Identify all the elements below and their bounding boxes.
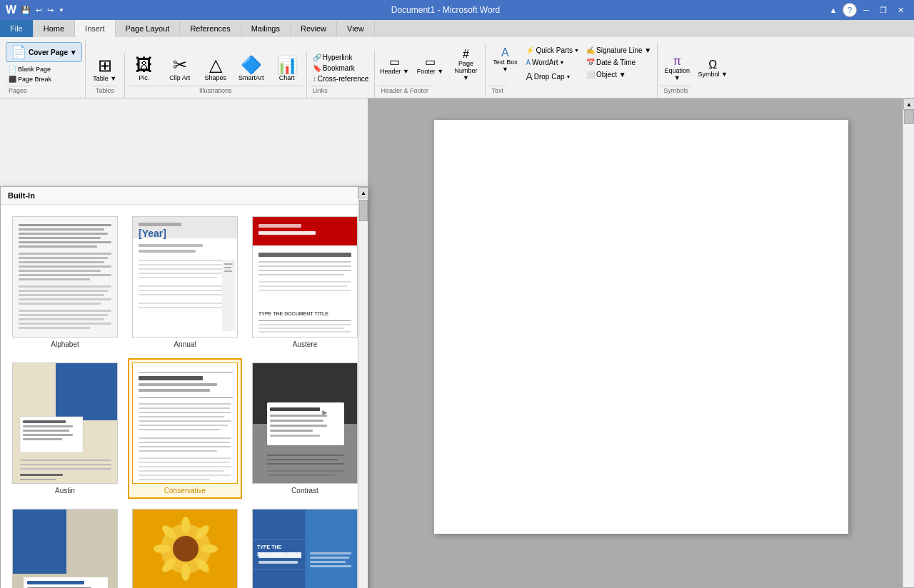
tab-insert[interactable]: Insert — [75, 20, 116, 37]
panel-scroll-up-btn[interactable]: ▲ — [358, 187, 368, 198]
signature-line-button[interactable]: ✍ Signature Line ▼ — [583, 45, 654, 56]
headerfooter-group-label: Header & Footer — [378, 86, 431, 96]
template-cubicles[interactable]: [Year] Cubicles — [8, 505, 122, 588]
date-time-button[interactable]: 📅 Date & Time — [583, 57, 654, 68]
doc-scroll-thumb[interactable] — [904, 110, 914, 124]
chart-button[interactable]: 📊 Chart — [271, 54, 303, 83]
picture-button[interactable]: 🖼 Pic. — [128, 54, 161, 83]
page-number-button[interactable]: # Page Number ▼ — [449, 46, 482, 83]
equation-button[interactable]: π Equation ▼ — [661, 54, 693, 83]
template-grid[interactable]: TYPE THE DOCUMENT TITLE Grid — [248, 505, 358, 588]
svg-rect-81 — [139, 407, 230, 409]
date-time-label: Date & Time — [596, 59, 636, 66]
svg-rect-80 — [139, 403, 231, 405]
svg-rect-52 — [258, 274, 344, 275]
bookmark-button[interactable]: 🔖 Bookmark — [310, 63, 358, 74]
doc-scroll-track[interactable] — [903, 110, 914, 587]
bookmark-icon: 🔖 — [313, 64, 321, 72]
object-button[interactable]: ⬜ Object ▼ — [583, 69, 654, 80]
svg-rect-93 — [139, 466, 231, 467]
picture-label: Pic. — [139, 75, 149, 82]
smartart-button[interactable]: 🔷 SmartArt — [235, 54, 268, 83]
svg-rect-39 — [139, 307, 224, 308]
shapes-button[interactable]: △ Shapes — [199, 54, 232, 83]
contrast-svg: ► — [253, 363, 358, 484]
window-minimize-btn[interactable]: ─ — [858, 2, 874, 18]
conservative-svg — [133, 363, 238, 484]
doc-scrollbar[interactable]: ▲ ▼ — [903, 98, 914, 588]
wordart-button[interactable]: A WordArt ▼ — [523, 57, 582, 68]
wordart-caret: ▼ — [560, 60, 565, 65]
hyperlink-button[interactable]: 🔗 Hyperlink — [310, 52, 356, 63]
svg-rect-103 — [270, 420, 323, 422]
tab-review[interactable]: Review — [291, 20, 337, 37]
template-thumb-exposure — [132, 509, 238, 588]
quick-parts-label: Quick Parts — [536, 46, 573, 54]
template-thumb-austere: TYPE THE DOCUMENT TITLE — [252, 216, 358, 338]
clipart-button[interactable]: ✂ Clip Art — [164, 54, 196, 83]
panel-scroll[interactable]: Alphabet [Year] — [1, 205, 358, 588]
footer-button[interactable]: ▭ Footer ▼ — [413, 54, 446, 77]
window-close-btn[interactable]: ✕ — [893, 2, 908, 18]
clipart-icon: ✂ — [173, 55, 187, 75]
table-button[interactable]: ⊞ Table ▼ — [89, 54, 121, 84]
template-annual[interactable]: [Year] — [128, 212, 242, 353]
smartart-icon: 🔷 — [241, 55, 262, 75]
cover-page-label: Cover Page ▼ — [29, 49, 77, 56]
redo-quick-btn[interactable]: ↪ — [46, 4, 55, 16]
tab-references[interactable]: References — [180, 20, 241, 37]
svg-rect-57 — [258, 320, 351, 321]
blank-page-button[interactable]: 📄 Blank Page — [6, 65, 54, 74]
tab-pagelayout[interactable]: Page Layout — [116, 20, 181, 37]
template-austere[interactable]: TYPE THE DOCUMENT TITLE Austere — [248, 212, 358, 353]
svg-rect-46 — [258, 224, 301, 228]
symbol-button[interactable]: Ω Symbol ▼ — [696, 57, 729, 80]
cover-page-button[interactable]: 📄 Cover Page ▼ — [6, 42, 82, 62]
svg-rect-106 — [270, 435, 320, 437]
svg-rect-55 — [258, 290, 351, 291]
dropcap-icon: A — [526, 71, 532, 82]
svg-rect-74 — [133, 363, 238, 484]
textbox-button[interactable]: A Text Box ▼ — [488, 45, 521, 75]
tab-file[interactable]: File — [0, 20, 34, 37]
tab-view[interactable]: View — [337, 20, 375, 37]
header-button[interactable]: ▭ Header ▼ — [378, 54, 411, 77]
panel-scrollbar[interactable]: ▲ ▼ — [358, 187, 368, 588]
panel-scroll-track[interactable] — [358, 198, 368, 588]
window-restore-btn[interactable]: ❐ — [875, 2, 891, 18]
doc-scroll-up-btn[interactable]: ▲ — [903, 98, 914, 110]
svg-rect-83 — [139, 416, 224, 417]
svg-rect-62 — [56, 363, 118, 420]
svg-rect-85 — [139, 425, 228, 426]
ribbon-minimize-btn[interactable]: ▲ — [825, 2, 841, 18]
dropcap-button[interactable]: A Drop Cap ▼ — [523, 69, 582, 83]
save-quick-btn[interactable]: 💾 — [19, 4, 32, 16]
template-contrast[interactable]: ► Contrast — [248, 358, 358, 499]
page-break-button[interactable]: ⬛ Page Break — [6, 75, 54, 83]
customize-quick-btn[interactable]: ▼ — [57, 6, 66, 15]
template-conservative[interactable]: Conservative — [128, 358, 242, 499]
tab-mailings[interactable]: Mailings — [241, 20, 291, 37]
svg-rect-82 — [139, 412, 231, 413]
template-alphabet[interactable]: Alphabet — [8, 212, 122, 353]
cross-reference-button[interactable]: ↕ Cross-reference — [310, 74, 372, 84]
template-austin[interactable]: Austin — [8, 358, 122, 499]
panel-scroll-thumb[interactable] — [359, 200, 368, 221]
window-title: Document1 - Microsoft Word — [66, 5, 825, 15]
object-icon: ⬜ — [586, 71, 595, 78]
svg-rect-32 — [139, 268, 231, 270]
page-number-icon: # — [463, 48, 469, 61]
svg-rect-77 — [139, 383, 217, 386]
quick-access-toolbar: 💾 ↩ ↪ ▼ — [19, 4, 66, 16]
quick-parts-button[interactable]: ⚡ Quick Parts ▼ — [523, 45, 582, 56]
svg-rect-31 — [139, 264, 231, 265]
undo-quick-btn[interactable]: ↩ — [34, 4, 44, 16]
svg-rect-33 — [139, 273, 231, 274]
svg-rect-105 — [270, 430, 313, 432]
wordart-icon: A — [526, 59, 531, 66]
template-exposure[interactable]: Exposure — [128, 505, 242, 588]
tab-home[interactable]: Home — [34, 20, 75, 37]
chart-icon: 📊 — [276, 55, 298, 75]
help-btn[interactable]: ? — [843, 3, 857, 17]
clipart-label: Clip Art — [169, 75, 190, 82]
